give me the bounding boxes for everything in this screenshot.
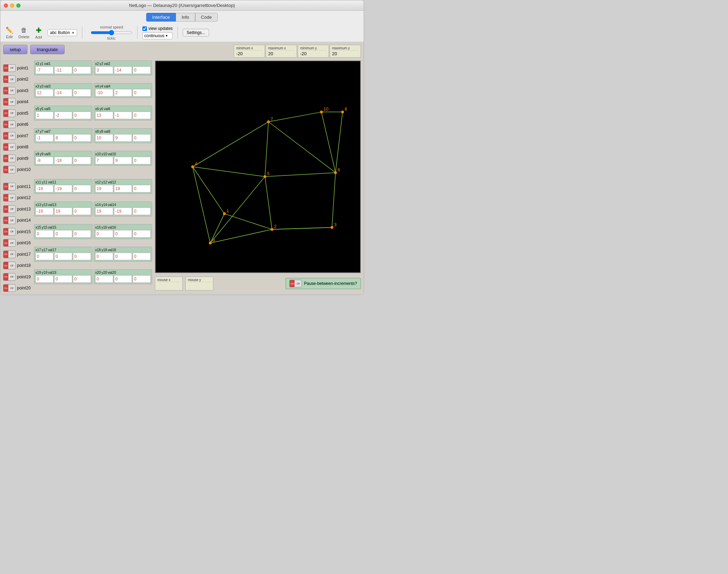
toggle-btn[interactable]: OnOff [3,205,16,213]
coord-input-x3[interactable] [35,89,53,97]
toggle-btn[interactable]: OnOff [3,64,16,72]
coord-input-x8[interactable] [95,134,113,142]
coord-input-y6[interactable] [114,112,132,119]
coord-input-y7[interactable] [54,134,72,142]
coord-input-val16[interactable] [133,230,151,238]
toggle-btn[interactable]: OnOff [3,239,16,247]
toggle-btn[interactable]: OnOff [3,166,16,173]
settings-button[interactable]: Settings... [183,29,209,36]
coord-input-val3[interactable] [73,89,91,97]
view-updates-checkbox[interactable] [142,26,147,31]
toggle-btn[interactable]: OnOff [3,273,16,281]
coord-input-x17[interactable] [35,253,53,260]
coord-input-x2[interactable] [95,66,113,74]
coord-input-y17[interactable] [54,253,72,260]
coord-input-val12[interactable] [133,185,151,192]
toggle-btn[interactable]: OnOff [3,194,16,202]
toggle-btn[interactable]: OnOff [3,143,16,151]
toggle-btn[interactable]: OnOff [3,75,16,83]
coord-input-x15[interactable] [35,230,53,238]
coord-input-val5[interactable] [73,112,91,119]
toggle-btn[interactable]: OnOff [3,132,16,140]
pause-button[interactable]: On Off Pause-between-increments? [286,278,361,289]
coord-input-val4[interactable] [133,89,151,97]
coord-input-y18[interactable] [114,253,132,260]
coord-input-y11[interactable] [54,185,72,192]
coord-input-y8[interactable] [114,134,132,142]
tab-interface[interactable]: Interface [146,13,176,22]
coord-input-y15[interactable] [54,230,72,238]
coord-input-y4[interactable] [114,89,132,97]
coord-input-y2[interactable] [114,66,132,74]
triangulate-button[interactable]: triangulate [30,45,65,54]
coord-input-y20[interactable] [114,275,132,283]
coord-input-val7[interactable] [73,134,91,142]
button-type-dropdown[interactable]: abc Button ▼ [48,29,77,36]
coord-input-val14[interactable] [133,207,151,215]
coord-input-y19[interactable] [54,275,72,283]
coord-input-val1[interactable] [73,66,91,74]
tab-info[interactable]: Info [176,13,195,22]
coord-input-val9[interactable] [73,157,91,164]
coord-input-y13[interactable] [54,207,72,215]
toggle-btn[interactable]: OnOff [3,216,16,224]
maximize-button[interactable] [16,3,20,8]
coord-input-x1[interactable] [35,66,53,74]
toggle-btn[interactable]: OnOff [3,284,16,292]
coord-input-x4[interactable] [95,89,113,97]
tab-code[interactable]: Code [195,13,218,22]
coord-input-x13[interactable] [35,207,53,215]
coord-input-val13[interactable] [73,207,91,215]
continuous-dropdown[interactable]: continuous ▼ [142,32,173,39]
minimize-button[interactable] [10,3,14,8]
coord-input-val15[interactable] [73,230,91,238]
coord-input-val6[interactable] [133,112,151,119]
coord-input-x12[interactable] [95,185,113,192]
toggle-btn[interactable]: OnOff [3,155,16,162]
speed-slider[interactable] [91,30,132,35]
coord-input-val20[interactable] [133,275,151,283]
coord-input-val17[interactable] [73,253,91,260]
coord-input-x11[interactable] [35,185,53,192]
toggle-btn[interactable]: OnOff [3,98,16,106]
coord-input-val10[interactable] [133,157,151,164]
toggle-btn[interactable]: OnOff [3,251,16,258]
coord-input-val2[interactable] [133,66,151,74]
coord-input-x9[interactable] [35,157,53,164]
toggle-btn[interactable]: OnOff [3,183,16,190]
close-button[interactable] [4,3,8,8]
add-button[interactable]: ✚ Add [33,26,44,39]
coord-input-y9[interactable] [54,157,72,164]
coord-input-y3[interactable] [54,89,72,97]
toggle-btn[interactable]: OnOff [3,262,16,269]
coord-input-x6[interactable] [95,112,113,119]
coord-input-x18[interactable] [95,253,113,260]
pause-toggle[interactable]: On Off [289,280,302,287]
setup-button[interactable]: setup [3,45,27,54]
coord-input-val11[interactable] [73,185,91,192]
coord-input-y5[interactable] [54,112,72,119]
coord-input-x14[interactable] [95,207,113,215]
coord-input-val19[interactable] [73,275,91,283]
main-window: NetLogo — Delaunay20 {/Users/garrettlove… [0,0,364,295]
coord-input-x20[interactable] [95,275,113,283]
coord-input-x7[interactable] [35,134,53,142]
toggle-btn[interactable]: OnOff [3,228,16,236]
coord-input-val18[interactable] [133,253,151,260]
coord-input-x16[interactable] [95,230,113,238]
coord-input-y12[interactable] [114,185,132,192]
toggle-btn[interactable]: OnOff [3,87,16,95]
coord-input-x19[interactable] [35,275,53,283]
coord-input-y1[interactable] [54,66,72,74]
coord-input-y10[interactable] [114,157,132,164]
coord-input-y16[interactable] [114,230,132,238]
delete-button[interactable]: 🗑 Delete [18,27,30,39]
coord-input-x10[interactable] [95,157,113,164]
toggle-btn[interactable]: OnOff [3,121,16,128]
coord-input-val8[interactable] [133,134,151,142]
edit-button[interactable]: ✏️ Edit [4,26,15,39]
svg-point-25 [191,165,194,168]
coord-input-x5[interactable] [35,112,53,119]
coord-input-y14[interactable] [114,207,132,215]
toggle-btn[interactable]: OnOff [3,109,16,117]
